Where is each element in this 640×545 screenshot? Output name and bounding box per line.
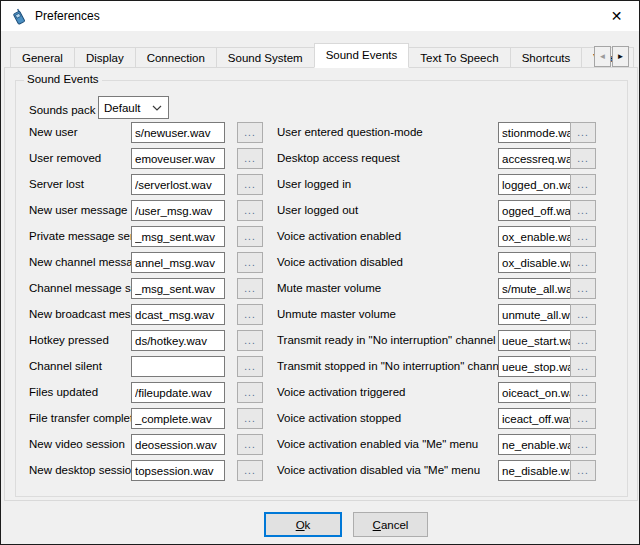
sound-event-label: Desktop access request [277,148,400,169]
sound-file-input[interactable] [131,278,225,299]
browse-button[interactable]: ... [237,174,263,195]
sound-file-input[interactable] [131,148,225,169]
sound-event-row: Voice activation enabled via "Me" menu .… [277,434,597,460]
browse-button[interactable]: ... [237,252,263,273]
browse-button[interactable]: ... [237,226,263,247]
sound-events-column-right: User entered question-mode ... Desktop a… [277,122,597,486]
browse-button[interactable]: ... [237,382,263,403]
browse-button[interactable]: ... [570,460,596,481]
tab-general[interactable]: General [10,47,75,68]
tab-scroller: ◄ ► [594,46,629,67]
sound-event-label: Voice activation enabled [277,226,401,247]
browse-button[interactable]: ... [570,330,596,351]
sound-event-row: Voice activation disabled via "Me" menu … [277,460,597,486]
browse-button[interactable]: ... [570,226,596,247]
browse-button[interactable]: ... [237,304,263,325]
sound-event-row: New broadcast message ... [29,304,263,330]
browse-button[interactable]: ... [570,278,596,299]
tab-scroll-left-button[interactable]: ◄ [594,46,611,67]
browse-button[interactable]: ... [570,122,596,143]
sound-file-input[interactable] [131,304,225,325]
sound-file-input[interactable] [131,226,225,247]
sound-event-row: Transmit stopped in "No interruption" ch… [277,356,597,382]
sound-event-row: Private message sent ... [29,226,263,252]
arrow-left-icon: ◄ [599,52,607,61]
sounds-pack-label: Sounds pack [29,101,96,119]
tab-sound-events[interactable]: Sound Events [314,43,410,68]
sound-event-label: Unmute master volume [277,304,396,325]
tab-bar: General Display Connection Sound System … [10,46,634,68]
browse-button[interactable]: ... [570,148,596,169]
sound-event-row: User logged out ... [277,200,597,226]
sound-event-row: User entered question-mode ... [277,122,597,148]
sound-file-input[interactable] [131,122,225,143]
chevron-down-icon [152,105,162,111]
close-icon: ✕ [611,8,623,24]
sound-event-label: Private message sent [29,226,140,247]
browse-button[interactable]: ... [570,356,596,377]
sound-events-column-left: New user ... User removed ... Server los… [29,122,263,486]
browse-button[interactable]: ... [570,252,596,273]
sound-file-input[interactable] [131,408,225,429]
sound-event-label: New user message [29,200,127,221]
sound-event-label: Hotkey pressed [29,330,109,351]
sound-event-row: User logged in ... [277,174,597,200]
browse-button[interactable]: ... [570,174,596,195]
sound-file-input[interactable] [131,200,225,221]
sound-event-label: User logged out [277,200,358,221]
tab-connection[interactable]: Connection [135,47,217,68]
sound-file-input[interactable] [131,460,225,481]
tab-sound-system[interactable]: Sound System [216,47,315,68]
sound-event-label: Channel message sent [29,278,147,299]
tab-text-to-speech[interactable]: Text To Speech [408,47,510,68]
tab-scroll-right-button[interactable]: ► [612,46,629,67]
sounds-pack-select[interactable]: Default [98,96,169,119]
sound-file-input[interactable] [131,382,225,403]
browse-button[interactable]: ... [570,304,596,325]
close-button[interactable]: ✕ [594,1,639,30]
sound-event-row: New user ... [29,122,263,148]
browse-button[interactable]: ... [237,278,263,299]
browse-button[interactable]: ... [237,408,263,429]
sound-file-input[interactable] [131,434,225,455]
sound-file-input[interactable] [131,174,225,195]
sound-event-row: New channel message ... [29,252,263,278]
sound-event-label: Voice activation enabled via "Me" menu [277,434,478,455]
sound-file-input[interactable] [131,330,225,351]
sound-event-row: Channel message sent ... [29,278,263,304]
cancel-button[interactable]: Cancel [353,512,428,537]
browse-button[interactable]: ... [570,382,596,403]
browse-button[interactable]: ... [570,408,596,429]
browse-button[interactable]: ... [237,434,263,455]
browse-button[interactable]: ... [237,148,263,169]
browse-button[interactable]: ... [237,122,263,143]
sound-event-label: New channel message [29,252,145,273]
sound-event-label: Channel silent [29,356,102,377]
sound-event-row: Hotkey pressed ... [29,330,263,356]
sound-event-label: User entered question-mode [277,122,423,143]
browse-button[interactable]: ... [237,356,263,377]
cancel-button-label: Cancel [373,519,409,531]
sound-event-row: Voice activation triggered ... [277,382,597,408]
sound-event-label: Voice activation triggered [277,382,406,403]
browse-button[interactable]: ... [570,200,596,221]
sound-event-label: Transmit stopped in "No interruption" ch… [277,356,508,377]
browse-button[interactable]: ... [237,330,263,351]
tab-display[interactable]: Display [74,47,136,68]
preferences-dialog: Preferences ✕ General Display Connection… [0,0,640,545]
browse-button[interactable]: ... [237,200,263,221]
sound-event-label: New user [29,122,78,143]
sound-event-label: Voice activation disabled [277,252,403,273]
sound-file-input[interactable] [131,252,225,273]
sound-file-input[interactable] [131,356,225,377]
titlebar[interactable]: Preferences ✕ [1,1,639,31]
browse-button[interactable]: ... [570,434,596,455]
sound-event-label: File transfer complete [29,408,140,429]
browse-button[interactable]: ... [237,460,263,481]
sound-event-row: Voice activation disabled ... [277,252,597,278]
ok-button-label: Ok [296,519,311,531]
tab-shortcuts[interactable]: Shortcuts [510,47,583,68]
sound-event-label: Voice activation disabled via "Me" menu [277,460,480,481]
sound-event-label: Transmit ready in "No interruption" chan… [277,330,496,351]
ok-button[interactable]: Ok [264,512,342,537]
